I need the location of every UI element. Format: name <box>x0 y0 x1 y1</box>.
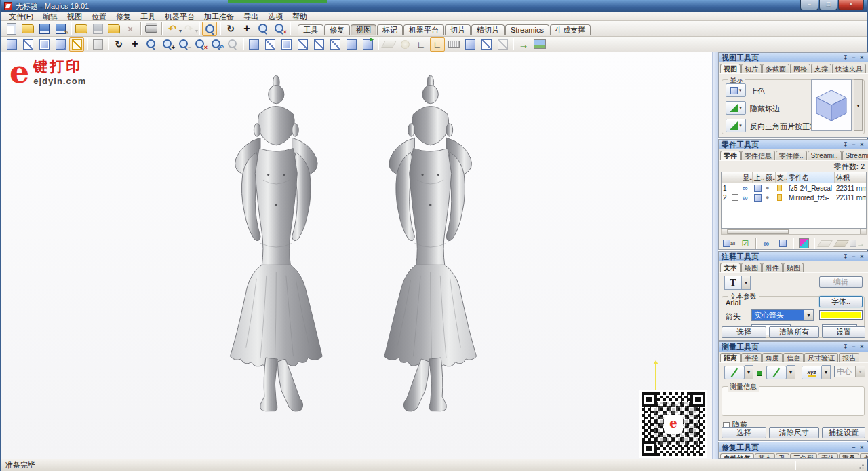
new-file-icon[interactable] <box>4 22 19 36</box>
restore-button[interactable]: □ <box>819 0 837 10</box>
ribbon-tab[interactable]: 切片 <box>445 24 471 35</box>
load-part-icon[interactable] <box>74 22 89 36</box>
panel-tab[interactable]: 信息 <box>783 353 804 362</box>
ribbon-tab[interactable]: 工具 <box>298 24 323 35</box>
panel-tab[interactable]: 孔 <box>776 453 789 459</box>
wireframe-view-icon[interactable] <box>20 37 35 52</box>
ribbon-tab[interactable]: Streamics <box>505 24 549 35</box>
iso-view-icon[interactable] <box>344 37 359 52</box>
model-statue-left[interactable] <box>230 75 322 411</box>
zoom-tool-icon[interactable] <box>256 22 271 36</box>
shaded-view-icon[interactable] <box>4 37 19 52</box>
coords-button[interactable]: xyz <box>802 366 822 379</box>
unload-part-icon[interactable]: × <box>123 22 138 36</box>
measure-from-dropdown[interactable]: ▾ <box>745 365 753 379</box>
column-header[interactable] <box>722 172 730 183</box>
zoom-selection-icon[interactable] <box>225 37 240 52</box>
close-icon[interactable]: × <box>858 253 866 261</box>
panel-tab[interactable]: 角度 <box>762 353 783 362</box>
ribbon-tab[interactable]: 视图 <box>351 24 376 35</box>
panel-tab[interactable]: Streami.. <box>842 151 868 160</box>
menu-item[interactable]: 帮助 <box>288 12 312 21</box>
viewport-canvas[interactable]: e 键打印 ejdyin.com <box>1 52 712 459</box>
save-as-icon[interactable] <box>53 22 68 36</box>
scroll-left-button[interactable] <box>722 229 728 234</box>
front-view-icon[interactable] <box>262 37 277 52</box>
panel-title-bar[interactable]: 测量工具页 ↧ − × <box>719 342 868 352</box>
panel-tab[interactable]: 网格 <box>790 64 810 73</box>
horizontal-scrollbar[interactable] <box>721 229 867 235</box>
unzoom-icon[interactable]: × <box>193 37 208 52</box>
panel-title-bar[interactable]: 修复工具页 − × <box>719 442 868 452</box>
panel-tab[interactable]: 视图 <box>720 64 741 73</box>
menu-item[interactable]: 选项 <box>263 12 288 21</box>
column-header[interactable] <box>730 172 741 183</box>
panel-tab[interactable]: 零件 <box>720 151 741 160</box>
ribbon-tab[interactable]: 标记 <box>377 24 403 35</box>
select-button[interactable]: 选择 <box>722 326 766 338</box>
pin-icon[interactable]: ↧ <box>842 141 850 149</box>
redo-icon[interactable]: ↷ <box>181 22 196 36</box>
back-view-icon[interactable] <box>246 37 261 52</box>
column-header[interactable]: 体积 <box>835 172 867 183</box>
export-view-icon[interactable]: → <box>516 37 531 52</box>
pan-view-icon[interactable]: + <box>127 37 142 52</box>
ribbon-tab[interactable]: 修复 <box>324 24 350 35</box>
minimize-icon[interactable]: − <box>850 54 858 62</box>
column-header[interactable]: 颜.. <box>764 172 776 183</box>
close-icon[interactable]: × <box>858 54 866 62</box>
preview-dropdown[interactable]: ▾ <box>854 79 863 131</box>
chevron-down-icon[interactable]: ▾ <box>804 310 813 320</box>
menu-item[interactable]: 加工准备 <box>199 12 239 21</box>
minimize-button[interactable]: − <box>800 0 818 10</box>
arrow-style-combo[interactable]: 实心箭头 ▾ <box>751 309 814 321</box>
panel-tab[interactable]: 零件信息 <box>741 151 775 160</box>
snap-settings-button[interactable]: 捕捉设置 <box>822 427 865 438</box>
panel-title-bar[interactable]: 视图工具页 ↧ − × <box>719 53 868 62</box>
menu-item[interactable]: 位置 <box>87 12 111 21</box>
panel-tab[interactable]: 重叠 <box>839 453 859 459</box>
export-part-icon[interactable]: → <box>850 237 865 250</box>
shade-all-icon[interactable]: ∞ <box>759 237 774 250</box>
text-tool-button[interactable]: T <box>724 276 742 290</box>
panel-title-bar[interactable]: 零件工具页 ↧ − × <box>719 140 868 149</box>
measure-to-dropdown[interactable]: ▾ <box>787 365 795 379</box>
light-toggle-icon[interactable] <box>397 37 412 52</box>
bbox-view-icon[interactable] <box>69 37 84 52</box>
right-view-icon[interactable] <box>295 37 310 52</box>
undo-icon[interactable]: ↶ <box>165 22 180 36</box>
render-mode-preview[interactable] <box>811 79 852 131</box>
dimensions-view-icon[interactable] <box>462 37 477 52</box>
panel-tab[interactable]: Streami.. <box>808 151 842 160</box>
rotate-view-icon[interactable]: ↻ <box>111 37 126 52</box>
flip-triangles-button[interactable]: ▾ <box>726 119 746 132</box>
print-icon[interactable] <box>144 22 159 36</box>
panel-tab[interactable]: 距离 <box>720 353 741 362</box>
panel-tab[interactable]: 多截面 <box>762 64 789 73</box>
pan-tool-icon[interactable]: + <box>239 22 254 36</box>
color-parts-icon[interactable] <box>796 237 811 250</box>
measure-to-button[interactable] <box>766 366 787 379</box>
select-button[interactable]: 选择 <box>722 427 766 438</box>
panel-tab[interactable]: 基本 <box>755 453 775 459</box>
panel-tab[interactable]: 报告 <box>839 353 859 362</box>
platform-view-icon[interactable] <box>381 37 396 52</box>
text-tool-dropdown[interactable]: ▾ <box>742 276 751 290</box>
save-file-icon[interactable] <box>37 22 52 36</box>
axes-indicator-icon[interactable]: ∟ <box>430 37 445 52</box>
panel-tab[interactable]: 点 <box>860 453 868 459</box>
minimize-icon[interactable]: − <box>850 343 858 351</box>
menu-item[interactable]: 修复 <box>111 12 136 21</box>
panel-tab[interactable]: 切片 <box>741 64 762 73</box>
close-icon[interactable]: × <box>858 343 866 351</box>
left-view-icon[interactable] <box>279 37 294 52</box>
clear-dimensions-button[interactable]: 清除尺寸 <box>769 427 819 438</box>
triangle-view-icon[interactable] <box>53 37 68 52</box>
zoom-view-icon[interactable] <box>144 37 159 52</box>
dock-splitter[interactable] <box>712 52 718 459</box>
menu-item[interactable]: 编辑 <box>38 12 62 21</box>
toggle-selection-icon[interactable]: ☑ <box>738 237 753 250</box>
title-bar[interactable]: 无标题 - Magics 19.01 − □ × <box>1 0 867 12</box>
zoom-out-icon[interactable]: − <box>176 37 191 52</box>
panel-tab[interactable]: 三角形 <box>790 453 817 459</box>
